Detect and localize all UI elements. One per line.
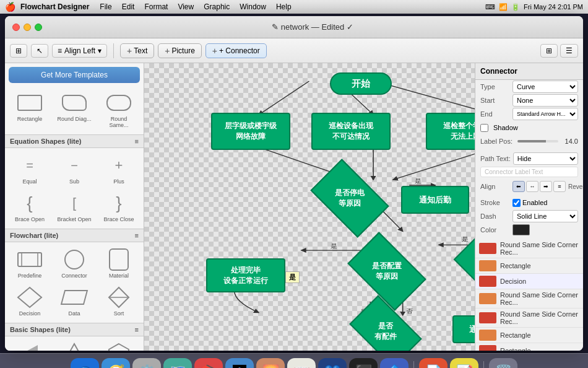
node-n2[interactable]: 巡检设备出现不可达情况 [311,113,391,150]
node-n7[interactable]: 通知运营商 [452,315,475,343]
prop-pathtext-label: Path Text: [480,155,511,162]
dock-terminal[interactable]: ⬛ [349,358,378,369]
dock-photos[interactable]: 🌅 [256,358,285,369]
align-center-btn[interactable]: ↔ [526,181,538,192]
dock-appstore[interactable]: 🅰 [225,358,254,369]
node-n5[interactable]: 处理完毕设备正常运行 [206,258,285,292]
node-n6[interactable]: 检查学院核心是否故障 [460,244,475,295]
shape-equal[interactable]: = Equal [9,152,51,187]
node-n4[interactable]: 通知后勤 [401,186,469,214]
shadow-checkbox[interactable] [480,124,488,132]
stroke-checkbox[interactable] [512,199,521,207]
connector-label-text[interactable]: Connector Label Text [480,167,578,177]
menu-edit[interactable]: Edit [118,2,139,12]
label-pos-slider[interactable] [517,140,558,142]
list-item-decision[interactable]: Decision [475,274,583,289]
node-d1[interactable]: 是否停电等原因 [316,176,383,221]
shape-round-diag[interactable]: Round Diag... [53,89,95,131]
dock-safari[interactable]: 🧭 [102,358,130,369]
prop-end-select[interactable]: Standard Arrow H... [512,108,578,120]
align-left-btn[interactable]: ≡ Align Left ▾ [52,44,107,58]
dock-maps[interactable]: 🗺️ [163,358,192,369]
prop-pathtext-select[interactable]: HideShow [513,152,578,165]
shape-material[interactable]: Material [98,246,140,281]
list-item-4[interactable]: Round Same Side Corner Rec... [475,309,583,328]
shape-predefine[interactable]: Predefine [9,246,51,281]
menu-graphic[interactable]: Graphic [199,2,234,12]
dock-separator-2 [483,361,484,369]
shape-plus[interactable]: + Plus [98,152,140,187]
prop-color-row: Color [475,223,583,237]
list-item-2[interactable]: Rectangle [475,258,583,274]
shape-arrow[interactable] [9,340,51,351]
shape-hexagon[interactable] [98,340,140,351]
dock-flowchart[interactable]: 🔷 [380,358,409,369]
minimize-button[interactable] [24,24,31,31]
apple-menu[interactable]: 🍎 [5,2,15,12]
shape-decision[interactable]: Decision [9,284,51,319]
prop-dash-select[interactable]: Solid LineDashed [512,210,578,222]
menu-file[interactable]: File [95,2,116,12]
plus-connector-icon: + [212,46,217,55]
list-item-1[interactable]: Round Same Side Corner Rec... [475,239,583,258]
align-justify-btn[interactable]: ≡ [553,181,566,192]
list-thumb-2 [479,260,496,271]
dock-fontbook[interactable]: 📖 [287,358,316,369]
shape-rectangle[interactable]: Rectangle [9,89,51,131]
list-thumb-4 [479,312,496,323]
dock-sysprefs[interactable]: ⚙️ [132,358,161,369]
add-connector-btn[interactable]: + + Connector [205,43,267,58]
node-start[interactable]: 开始 [330,72,392,95]
add-picture-btn[interactable]: + Picture [158,43,202,58]
shape-brace-open[interactable]: { Brace Open [9,190,51,225]
dock-finder[interactable]: 🔵 [71,358,99,369]
align-right-btn[interactable]: ➡ [540,181,552,192]
get-more-templates-btn[interactable]: Get More Templates [9,67,140,83]
shape-sub[interactable]: − Sub [53,152,95,187]
shape-data[interactable]: Data [53,284,95,319]
maximize-button[interactable] [35,24,42,31]
section-flowchart-header[interactable]: Flowchart (lite) ≡ [5,229,144,242]
grid-view-btn[interactable]: ⊞ [540,44,558,58]
shape-bracket-open[interactable]: [ Bracket Open [53,190,95,225]
dock-vscode[interactable]: 💙 [318,358,347,369]
node-d3[interactable]: 是否有配件 [355,311,417,351]
close-button[interactable] [12,24,20,31]
node-d2[interactable]: 是否配置等原因 [353,249,420,294]
shape-round-same[interactable]: Round Same... [98,89,140,131]
dock: 🔵 🧭 ⚙️ 🗺️ 📚 🅰 🌅 📖 💙 ⬛ 🔷 📄 📝 🗑️ [0,353,588,368]
reverse-btn[interactable]: Reverse [568,183,583,190]
add-text-btn[interactable]: + Text [120,43,154,58]
svg-text:是: 是 [415,177,422,183]
menu-window[interactable]: Window [235,2,270,12]
dock-notes[interactable]: 📝 [450,358,478,369]
menu-help[interactable]: Help [272,2,296,12]
format-icon: ⊞ [15,46,22,55]
section-equation-header[interactable]: Equation Shapes (lite) ≡ [5,134,144,148]
list-item-6[interactable]: Rectangle [475,343,583,351]
yes-label-1: 是 [285,271,300,283]
list-item-5[interactable]: Rectangle [475,328,583,343]
menu-format[interactable]: Format [140,2,172,12]
pointer-btn[interactable]: ↖ [31,44,48,58]
node-n1[interactable]: 层字级或楼宇级网络故障 [211,113,290,150]
format-btn[interactable]: ⊞ [10,44,27,58]
node-n3[interactable]: 巡检整个学院无法上网 [426,113,475,150]
section-basic-header[interactable]: Basic Shapes (lite) ≡ [5,323,144,336]
color-swatch[interactable] [512,224,530,235]
dock-trash[interactable]: 🗑️ [489,358,517,369]
shape-basic-2[interactable] [53,340,95,351]
dock-pages[interactable]: 📄 [419,358,447,369]
shape-brace-close[interactable]: } Brace Close [98,190,140,225]
canvas-area[interactable]: 是 否 是 否 是 否 [144,63,475,351]
shape-connector[interactable]: Connector [53,246,95,281]
prop-type-select[interactable]: CurveStraightElbow [512,81,578,93]
dock-bookmarks[interactable]: 📚 [194,358,223,369]
prop-start-select[interactable]: None [512,94,578,107]
list-view-btn[interactable]: ☰ [560,44,578,58]
list-item-3[interactable]: Round Same Side Corner Rec... [475,289,583,309]
main-content: Get More Templates Rectangle Round Diag.… [5,63,583,351]
align-left-btn[interactable]: ⬅ [512,181,525,192]
menu-view[interactable]: View [173,2,198,12]
shape-sort[interactable]: Sort [98,284,140,319]
